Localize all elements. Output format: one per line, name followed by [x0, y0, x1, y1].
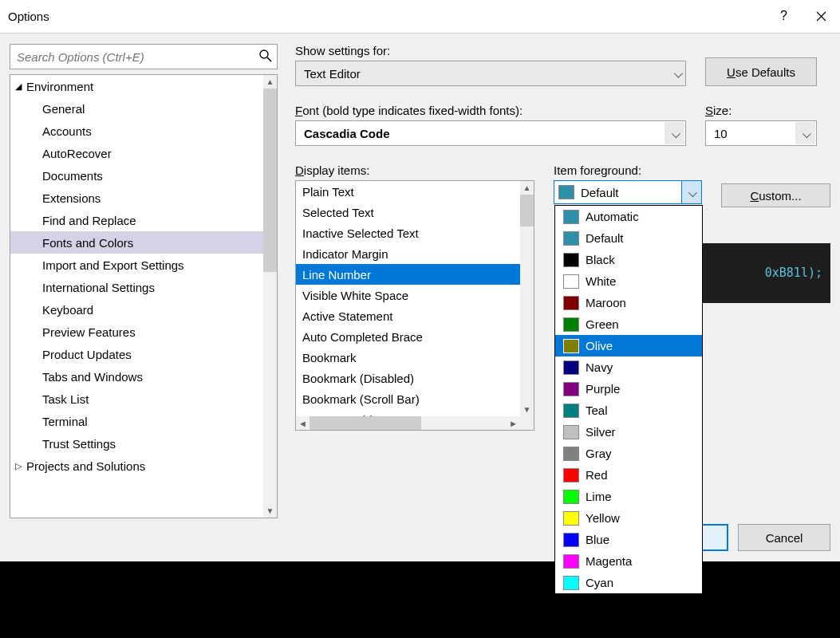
tree-item-task-list[interactable]: Task List	[10, 388, 263, 410]
color-option-navy[interactable]: Navy	[555, 356, 702, 378]
color-option-lime[interactable]: Lime	[555, 486, 702, 507]
tree-item-find-and-replace[interactable]: Find and Replace	[10, 209, 263, 231]
list-item[interactable]: Inactive Selected Text	[296, 223, 520, 243]
hscroll-thumb[interactable]	[310, 416, 421, 430]
item-foreground-value: Default	[574, 186, 681, 199]
titlebar: Options ?	[0, 0, 840, 33]
color-swatch	[563, 447, 579, 461]
color-option-teal[interactable]: Teal	[555, 400, 702, 421]
tree-item-keyboard[interactable]: Keyboard	[10, 298, 263, 321]
chevron-down-icon	[674, 67, 680, 81]
display-items-listbox[interactable]: Plain TextSelected TextInactive Selected…	[295, 180, 534, 431]
color-option-black[interactable]: Black	[555, 249, 702, 270]
list-item[interactable]: Auto Completed Brace	[296, 326, 520, 347]
list-item[interactable]: Bookmark (Disabled)	[296, 368, 520, 388]
color-option-automatic[interactable]: Automatic	[555, 206, 702, 227]
color-swatch	[563, 274, 579, 289]
item-foreground-dropdown[interactable]: Default AutomaticDefaultBlackWhiteMaroon…	[554, 180, 702, 204]
color-swatch	[563, 533, 579, 547]
tree-item-accounts[interactable]: Accounts	[10, 120, 263, 142]
color-label: Default	[586, 231, 624, 245]
color-label: Red	[586, 468, 608, 482]
dialog-body: ◢ EnvironmentGeneralAccountsAutoRecoverD…	[0, 33, 840, 561]
tree-item-import-and-export-settings[interactable]: Import and Export Settings	[10, 254, 263, 276]
color-option-magenta[interactable]: Magenta	[555, 550, 702, 572]
color-option-yellow[interactable]: Yellow	[555, 507, 702, 529]
tree-item-international-settings[interactable]: International Settings	[10, 276, 263, 298]
close-button[interactable]	[803, 0, 840, 33]
scroll-left-arrow[interactable]: ◄	[296, 416, 310, 430]
color-swatch	[563, 468, 579, 482]
color-option-gray[interactable]: Gray	[555, 443, 702, 464]
color-option-default[interactable]: Default	[555, 227, 702, 249]
color-label: Green	[586, 317, 619, 331]
list-item[interactable]: Visible White Space	[296, 285, 520, 305]
color-option-white[interactable]: White	[555, 270, 702, 292]
tree-item-product-updates[interactable]: Product Updates	[10, 343, 263, 365]
tree-scrollbar[interactable]: ▲ ▼	[263, 75, 277, 518]
tree-item-trust-settings[interactable]: Trust Settings	[10, 432, 263, 455]
preview-text: 0xB81l);	[765, 266, 822, 280]
listbox-vscroll[interactable]: ▲ ▼	[520, 181, 534, 416]
color-dropdown-list[interactable]: AutomaticDefaultBlackWhiteMaroonGreenOli…	[554, 205, 703, 594]
tree-item-tabs-and-windows[interactable]: Tabs and Windows	[10, 365, 263, 388]
color-label: Yellow	[586, 511, 620, 525]
color-label: Silver	[586, 425, 616, 439]
scroll-up-arrow[interactable]: ▲	[263, 75, 277, 89]
scroll-right-arrow[interactable]: ►	[507, 416, 520, 430]
tree-item-environment[interactable]: ◢ Environment	[10, 75, 263, 97]
cancel-button[interactable]: Cancel	[738, 524, 830, 551]
tree-item-autorecover[interactable]: AutoRecover	[10, 142, 263, 164]
tree-item-terminal[interactable]: Terminal	[10, 410, 263, 432]
show-settings-dropdown[interactable]: Text Editor	[295, 61, 686, 86]
color-option-olive[interactable]: Olive	[555, 335, 702, 356]
list-item[interactable]: Bookmark (Scroll Bar)	[296, 388, 520, 409]
custom-fg-button[interactable]: Custom...	[721, 183, 830, 207]
color-option-red[interactable]: Red	[555, 464, 702, 486]
color-option-green[interactable]: Green	[555, 313, 702, 335]
color-label: Olive	[586, 339, 613, 352]
size-dropdown[interactable]: 10	[705, 120, 817, 146]
color-option-maroon[interactable]: Maroon	[555, 292, 702, 313]
tree-item-fonts-and-colors[interactable]: Fonts and Colors	[10, 231, 263, 254]
color-option-cyan[interactable]: Cyan	[555, 572, 702, 593]
color-label: Navy	[586, 360, 613, 374]
scroll-down-arrow[interactable]: ▼	[263, 504, 277, 518]
list-item[interactable]: Line Number	[296, 264, 520, 285]
tree-item-general[interactable]: General	[10, 97, 263, 120]
color-option-silver[interactable]: Silver	[555, 421, 702, 443]
color-swatch	[563, 360, 579, 375]
color-swatch	[563, 382, 579, 396]
window-title: Options	[0, 10, 765, 23]
size-label: Size:	[705, 104, 817, 117]
chevron-down-icon	[665, 122, 684, 144]
scroll-thumb[interactable]	[520, 195, 534, 226]
color-label: Maroon	[586, 296, 626, 309]
font-value: Cascadia Code	[304, 127, 390, 140]
font-dropdown[interactable]: Cascadia Code	[295, 120, 686, 146]
list-item[interactable]: Selected Text	[296, 202, 520, 223]
scroll-thumb[interactable]	[263, 89, 277, 272]
search-input[interactable]	[10, 44, 278, 69]
list-item[interactable]: Active Statement	[296, 305, 520, 326]
color-swatch	[563, 210, 579, 224]
tree-item-preview-features[interactable]: Preview Features	[10, 321, 263, 343]
color-option-purple[interactable]: Purple	[555, 378, 702, 400]
color-label: Teal	[586, 404, 608, 417]
size-value: 10	[714, 127, 728, 140]
list-item[interactable]: Bookmark	[296, 347, 520, 368]
tree-item-documents[interactable]: Documents	[10, 164, 263, 187]
scroll-up-arrow[interactable]: ▲	[520, 181, 534, 195]
help-button[interactable]: ?	[765, 0, 803, 33]
tree-item-extensions[interactable]: Extensions	[10, 187, 263, 209]
scroll-down-arrow[interactable]: ▼	[520, 403, 534, 416]
list-item[interactable]: Plain Text	[296, 181, 520, 202]
color-option-blue[interactable]: Blue	[555, 529, 702, 550]
category-tree[interactable]: ◢ EnvironmentGeneralAccountsAutoRecoverD…	[10, 74, 278, 518]
listbox-hscroll[interactable]: ◄ ►	[296, 416, 534, 430]
tree-item-projects[interactable]: ▷ Projects and Solutions	[10, 455, 263, 477]
list-item[interactable]: Indicator Margin	[296, 243, 520, 264]
use-defaults-button[interactable]: Use Defaults	[705, 57, 817, 86]
color-label: Black	[586, 253, 615, 266]
item-foreground-label: Item foreground:	[554, 163, 702, 177]
